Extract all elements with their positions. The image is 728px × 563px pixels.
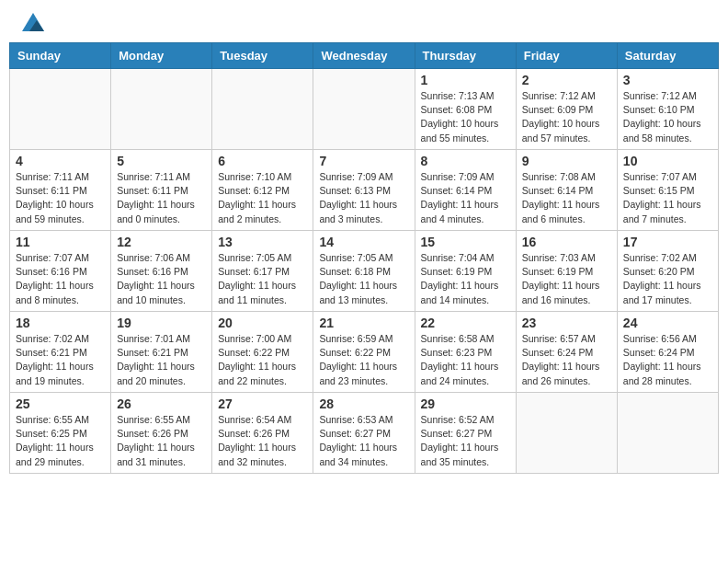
day-info: Sunrise: 6:57 AMSunset: 6:24 PMDaylight:… (522, 332, 611, 388)
day-number: 19 (117, 316, 206, 330)
day-header-sunday: Sunday (10, 43, 111, 69)
calendar-cell: 9Sunrise: 7:08 AMSunset: 6:14 PMDaylight… (516, 150, 617, 231)
calendar-cell: 16Sunrise: 7:03 AMSunset: 6:19 PMDayligh… (516, 231, 617, 312)
day-number: 7 (319, 154, 408, 168)
page-header (9, 9, 719, 35)
calendar-cell: 29Sunrise: 6:52 AMSunset: 6:27 PMDayligh… (415, 393, 516, 474)
calendar-cell: 14Sunrise: 7:05 AMSunset: 6:18 PMDayligh… (313, 231, 415, 312)
day-number: 18 (16, 316, 105, 330)
day-number: 22 (421, 316, 510, 330)
day-info: Sunrise: 7:11 AMSunset: 6:11 PMDaylight:… (16, 170, 105, 226)
day-info: Sunrise: 7:05 AMSunset: 6:17 PMDaylight:… (218, 251, 307, 307)
day-number: 12 (117, 235, 206, 249)
calendar-cell: 2Sunrise: 7:12 AMSunset: 6:09 PMDaylight… (516, 69, 617, 150)
calendar-cell: 11Sunrise: 7:07 AMSunset: 6:16 PMDayligh… (10, 231, 111, 312)
calendar-cell: 13Sunrise: 7:05 AMSunset: 6:17 PMDayligh… (212, 231, 313, 312)
day-number: 3 (623, 73, 712, 87)
calendar-cell: 17Sunrise: 7:02 AMSunset: 6:20 PMDayligh… (617, 231, 718, 312)
day-number: 4 (16, 154, 105, 168)
day-info: Sunrise: 7:13 AMSunset: 6:08 PMDaylight:… (421, 89, 510, 145)
day-header-monday: Monday (111, 43, 212, 69)
calendar-cell (212, 69, 313, 150)
day-number: 27 (218, 396, 307, 411)
calendar-cell: 6Sunrise: 7:10 AMSunset: 6:12 PMDaylight… (212, 150, 313, 231)
logo-icon (22, 13, 44, 31)
day-number: 10 (623, 154, 712, 168)
calendar-cell: 18Sunrise: 7:02 AMSunset: 6:21 PMDayligh… (10, 312, 111, 393)
calendar-cell: 22Sunrise: 6:58 AMSunset: 6:23 PMDayligh… (415, 312, 516, 393)
day-info: Sunrise: 7:07 AMSunset: 6:16 PMDaylight:… (16, 251, 105, 307)
calendar-cell: 28Sunrise: 6:53 AMSunset: 6:27 PMDayligh… (313, 393, 415, 474)
day-number: 23 (522, 316, 611, 330)
calendar-cell: 3Sunrise: 7:12 AMSunset: 6:10 PMDaylight… (617, 69, 718, 150)
calendar-cell: 27Sunrise: 6:54 AMSunset: 6:26 PMDayligh… (212, 393, 313, 474)
day-info: Sunrise: 6:55 AMSunset: 6:25 PMDaylight:… (16, 413, 105, 469)
day-info: Sunrise: 6:54 AMSunset: 6:26 PMDaylight:… (218, 413, 307, 469)
day-header-friday: Friday (516, 43, 617, 69)
week-row-1: 1Sunrise: 7:13 AMSunset: 6:08 PMDaylight… (10, 69, 719, 150)
calendar-cell: 8Sunrise: 7:09 AMSunset: 6:14 PMDaylight… (415, 150, 516, 231)
logo (17, 13, 44, 31)
day-number: 16 (522, 235, 611, 249)
day-info: Sunrise: 6:52 AMSunset: 6:27 PMDaylight:… (421, 413, 510, 469)
day-number: 21 (319, 316, 408, 330)
day-info: Sunrise: 7:02 AMSunset: 6:20 PMDaylight:… (623, 251, 712, 307)
calendar-cell: 1Sunrise: 7:13 AMSunset: 6:08 PMDaylight… (415, 69, 516, 150)
calendar-cell (516, 393, 617, 474)
day-info: Sunrise: 7:03 AMSunset: 6:19 PMDaylight:… (522, 251, 611, 307)
day-number: 6 (218, 154, 307, 168)
calendar-cell: 20Sunrise: 7:00 AMSunset: 6:22 PMDayligh… (212, 312, 313, 393)
day-info: Sunrise: 7:05 AMSunset: 6:18 PMDaylight:… (319, 251, 408, 307)
day-header-tuesday: Tuesday (212, 43, 313, 69)
week-row-5: 25Sunrise: 6:55 AMSunset: 6:25 PMDayligh… (10, 393, 719, 474)
calendar-cell (617, 393, 718, 474)
day-info: Sunrise: 6:56 AMSunset: 6:24 PMDaylight:… (623, 332, 712, 388)
calendar-cell: 24Sunrise: 6:56 AMSunset: 6:24 PMDayligh… (617, 312, 718, 393)
day-number: 5 (117, 154, 206, 168)
calendar-cell: 23Sunrise: 6:57 AMSunset: 6:24 PMDayligh… (516, 312, 617, 393)
day-number: 14 (319, 235, 408, 249)
day-info: Sunrise: 7:09 AMSunset: 6:14 PMDaylight:… (421, 170, 510, 226)
day-header-thursday: Thursday (415, 43, 516, 69)
week-row-3: 11Sunrise: 7:07 AMSunset: 6:16 PMDayligh… (10, 231, 719, 312)
day-info: Sunrise: 7:08 AMSunset: 6:14 PMDaylight:… (522, 170, 611, 226)
calendar-cell (313, 69, 415, 150)
day-info: Sunrise: 7:04 AMSunset: 6:19 PMDaylight:… (421, 251, 510, 307)
calendar-table: SundayMondayTuesdayWednesdayThursdayFrid… (9, 42, 719, 474)
day-number: 15 (421, 235, 510, 249)
day-number: 29 (421, 396, 510, 411)
day-number: 13 (218, 235, 307, 249)
calendar-cell: 26Sunrise: 6:55 AMSunset: 6:26 PMDayligh… (111, 393, 212, 474)
day-number: 25 (16, 396, 105, 411)
day-info: Sunrise: 7:12 AMSunset: 6:09 PMDaylight:… (522, 89, 611, 145)
calendar-cell: 25Sunrise: 6:55 AMSunset: 6:25 PMDayligh… (10, 393, 111, 474)
day-number: 11 (16, 235, 105, 249)
day-number: 17 (623, 235, 712, 249)
day-info: Sunrise: 7:06 AMSunset: 6:16 PMDaylight:… (117, 251, 206, 307)
day-info: Sunrise: 7:10 AMSunset: 6:12 PMDaylight:… (218, 170, 307, 226)
day-info: Sunrise: 7:07 AMSunset: 6:15 PMDaylight:… (623, 170, 712, 226)
day-number: 20 (218, 316, 307, 330)
calendar-cell: 12Sunrise: 7:06 AMSunset: 6:16 PMDayligh… (111, 231, 212, 312)
day-info: Sunrise: 7:01 AMSunset: 6:21 PMDaylight:… (117, 332, 206, 388)
calendar-header-row: SundayMondayTuesdayWednesdayThursdayFrid… (10, 43, 719, 69)
day-number: 1 (421, 73, 510, 87)
calendar-cell (111, 69, 212, 150)
day-info: Sunrise: 6:53 AMSunset: 6:27 PMDaylight:… (319, 413, 408, 469)
day-info: Sunrise: 7:00 AMSunset: 6:22 PMDaylight:… (218, 332, 307, 388)
day-header-wednesday: Wednesday (313, 43, 415, 69)
calendar-cell: 10Sunrise: 7:07 AMSunset: 6:15 PMDayligh… (617, 150, 718, 231)
day-info: Sunrise: 6:55 AMSunset: 6:26 PMDaylight:… (117, 413, 206, 469)
day-info: Sunrise: 7:11 AMSunset: 6:11 PMDaylight:… (117, 170, 206, 226)
day-info: Sunrise: 7:02 AMSunset: 6:21 PMDaylight:… (16, 332, 105, 388)
calendar-cell: 5Sunrise: 7:11 AMSunset: 6:11 PMDaylight… (111, 150, 212, 231)
day-number: 9 (522, 154, 611, 168)
day-number: 26 (117, 396, 206, 411)
calendar-cell: 7Sunrise: 7:09 AMSunset: 6:13 PMDaylight… (313, 150, 415, 231)
day-number: 2 (522, 73, 611, 87)
day-info: Sunrise: 6:59 AMSunset: 6:22 PMDaylight:… (319, 332, 408, 388)
day-number: 8 (421, 154, 510, 168)
calendar-cell: 4Sunrise: 7:11 AMSunset: 6:11 PMDaylight… (10, 150, 111, 231)
day-info: Sunrise: 7:12 AMSunset: 6:10 PMDaylight:… (623, 89, 712, 145)
day-number: 28 (319, 396, 408, 411)
